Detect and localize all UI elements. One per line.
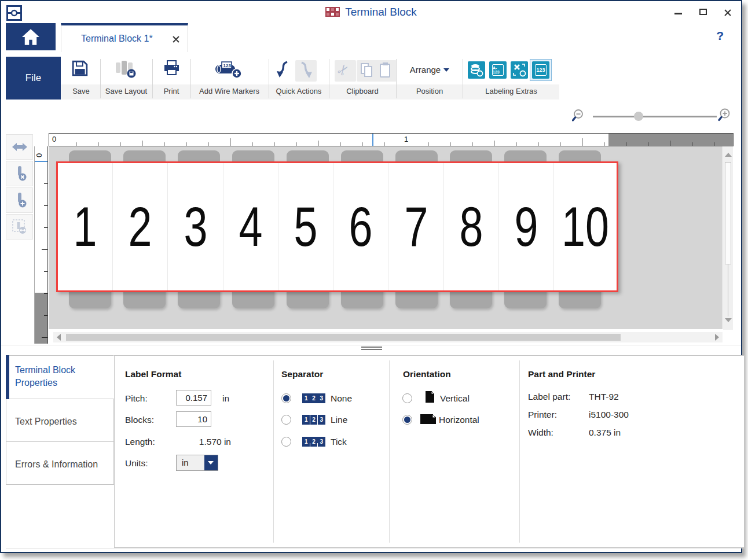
label-block[interactable]: 4 <box>223 163 278 290</box>
x-badge-icon <box>511 61 528 79</box>
horizontal-scrollbar[interactable] <box>53 332 723 342</box>
scroll-right-icon[interactable] <box>715 334 719 341</box>
orientation-vertical-radio[interactable] <box>402 393 412 403</box>
minimize-button[interactable] <box>673 8 684 18</box>
stretch-block-icon <box>11 218 28 235</box>
remove-block-button[interactable] <box>6 161 33 186</box>
cut-icon: ✂ <box>333 61 353 80</box>
terminal-block-doc-icon <box>325 6 340 20</box>
zoom-slider-thumb[interactable] <box>634 112 643 121</box>
ruler-inch-label: 0 <box>52 135 56 143</box>
zoom-in-button[interactable] <box>717 108 734 126</box>
splitter-grip-icon[interactable] <box>361 347 382 351</box>
tab-label: Terminal Block Properties <box>15 365 75 388</box>
scroll-up-icon[interactable] <box>725 153 732 157</box>
remove-block-icon <box>12 165 28 182</box>
vruler-cursor-line <box>35 161 47 162</box>
print-label: Print <box>153 87 190 95</box>
design-canvas[interactable]: 12345678910 <box>49 146 723 329</box>
orientation-horizontal-radio[interactable] <box>402 415 412 425</box>
label-block[interactable]: 7 <box>388 163 443 290</box>
add-block-button[interactable] <box>6 187 33 213</box>
home-button[interactable] <box>6 23 56 50</box>
undo-button[interactable] <box>274 60 292 83</box>
document-tab[interactable]: Terminal Block 1* <box>61 23 188 52</box>
ruler-tick <box>44 205 47 206</box>
dropdown-arrow-icon[interactable] <box>204 455 218 470</box>
tab-errors-information[interactable]: Errors & Information <box>6 441 114 485</box>
zoom-out-icon <box>572 109 587 124</box>
zoom-out-button[interactable] <box>572 109 587 126</box>
landscape-page-icon <box>420 414 437 425</box>
save-button[interactable] <box>72 60 88 79</box>
vertical-scroll-thumb[interactable] <box>725 162 731 264</box>
labeling-extras-label: Labeling Extras <box>464 87 558 95</box>
remove-serialization-button[interactable] <box>511 61 528 79</box>
window-title-text: Terminal Block <box>345 6 417 18</box>
vertical-scrollbar[interactable] <box>723 146 733 330</box>
ruler-tick <box>42 337 47 338</box>
active-tab-indicator <box>6 355 9 399</box>
tab-close-icon[interactable] <box>172 35 179 43</box>
ruler-tick <box>604 142 604 146</box>
help-button[interactable]: ? <box>716 29 724 43</box>
panel-splitter[interactable] <box>1 345 741 345</box>
pitch-input[interactable] <box>176 390 211 406</box>
ruler-cursor-line <box>372 134 373 146</box>
arrange-dropdown[interactable]: Arrange <box>404 65 456 75</box>
ruler-tick <box>340 142 340 146</box>
arrange-label: Arrange <box>410 65 441 75</box>
ruler-tick <box>44 271 47 272</box>
save-layout-button[interactable] <box>115 60 138 81</box>
label-block[interactable]: 1 <box>58 163 113 290</box>
separator-tick-radio[interactable] <box>281 437 291 447</box>
add-wire-markers-label: Add Wire Markers <box>191 87 267 95</box>
width-label: Width: <box>528 428 553 438</box>
resize-block-button[interactable] <box>6 134 33 160</box>
ruler-tick <box>44 183 47 184</box>
blocks-input[interactable] <box>176 411 211 427</box>
serialization-selected-frame: 123 <box>530 59 552 81</box>
print-button[interactable] <box>163 60 181 80</box>
tab-terminal-block-properties[interactable]: Terminal Block Properties <box>6 355 114 399</box>
label-block[interactable]: 6 <box>333 163 388 290</box>
chevron-down-icon <box>443 68 449 72</box>
label-strip[interactable]: 12345678910 <box>56 161 618 292</box>
label-block[interactable]: 9 <box>499 163 554 290</box>
save-layout-icon <box>115 60 138 79</box>
horizontal-scroll-thumb[interactable] <box>66 334 621 341</box>
zoom-slider-track[interactable] <box>593 116 717 117</box>
tab-label: Errors & Information <box>15 459 98 469</box>
printer-label: Printer: <box>528 410 557 420</box>
ruler-tick <box>362 142 362 146</box>
data-list-button[interactable] <box>468 61 485 79</box>
block-number: 9 <box>514 194 538 259</box>
a123-label-button[interactable]: A-123 <box>489 61 507 79</box>
label-block[interactable]: 8 <box>444 163 499 290</box>
separator-line-radio[interactable] <box>281 415 291 425</box>
label-block[interactable]: 3 <box>168 163 223 290</box>
close-button[interactable] <box>722 8 734 18</box>
add-wire-markers-button[interactable]: 123 <box>214 60 243 82</box>
serialization-123-button[interactable]: 123 <box>532 61 549 79</box>
orientation-heading: Orientation <box>403 369 451 380</box>
units-dropdown[interactable]: in <box>176 455 218 471</box>
scroll-down-icon[interactable] <box>725 318 732 322</box>
ruler-tick <box>230 138 230 146</box>
maximize-button[interactable] <box>698 8 709 18</box>
minimize-icon <box>674 13 682 14</box>
portrait-page-icon <box>425 390 435 403</box>
vertical-ruler-zero: 0 <box>35 153 43 157</box>
label-block[interactable]: 10 <box>554 163 617 290</box>
scroll-track-line <box>728 264 728 316</box>
label-block[interactable]: 5 <box>278 163 333 290</box>
horizontal-ruler: 01 <box>49 133 734 146</box>
scroll-left-icon[interactable] <box>57 334 61 341</box>
separator-none-radio[interactable] <box>281 393 291 403</box>
label-block[interactable]: 2 <box>113 163 168 290</box>
ruler-tick <box>142 141 142 146</box>
file-button[interactable]: File <box>6 57 61 100</box>
ruler-tick <box>44 315 47 316</box>
tab-text-properties[interactable]: Text Properties <box>6 399 114 442</box>
block-number: 2 <box>129 194 152 259</box>
